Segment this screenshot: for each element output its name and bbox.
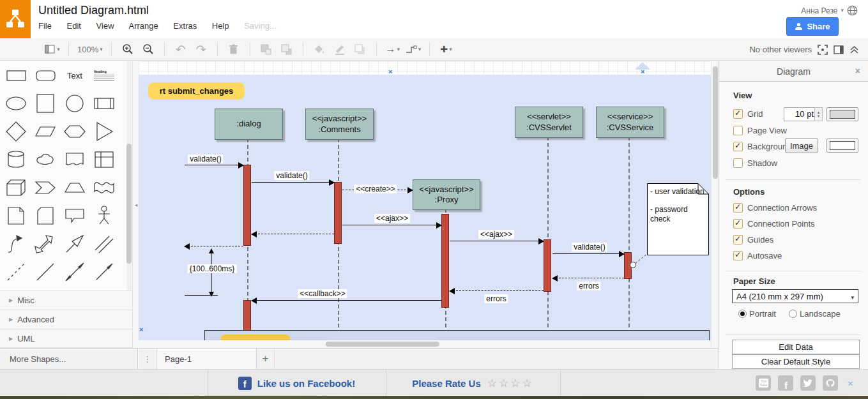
grid-checkbox[interactable] (733, 109, 743, 119)
shape-internal-storage[interactable] (89, 146, 119, 174)
facebook-social-icon[interactable]: f (778, 375, 793, 391)
message-label[interactable]: <<ajax>> (478, 230, 514, 239)
line-color-button[interactable] (330, 41, 350, 57)
shape-text[interactable]: Text (60, 61, 89, 89)
shape-square[interactable] (31, 89, 60, 117)
grid-size-input[interactable]: 10 pt (784, 107, 816, 121)
message-ajax-1[interactable] (342, 225, 441, 225)
shape-textbox[interactable]: Heading (89, 61, 119, 89)
background-image-button[interactable]: Image (785, 138, 818, 153)
shape-diamond[interactable] (1, 117, 31, 146)
github-icon[interactable] (823, 375, 838, 391)
menu-view[interactable]: View (96, 21, 114, 31)
lifeline-head-cvsservice[interactable]: <<service>> :CVSService (596, 107, 664, 138)
shape-curve[interactable] (1, 230, 31, 258)
menu-arrange[interactable]: Arrange (128, 21, 158, 31)
document-title[interactable]: Untitled Diagram.html (38, 4, 149, 17)
landscape-radio[interactable] (789, 310, 797, 318)
shadow-checkbox[interactable] (733, 158, 743, 168)
to-back-button[interactable] (277, 41, 297, 57)
zoom-level-dropdown[interactable]: 100% ▾ (75, 41, 105, 57)
shape-directional-connector[interactable] (89, 258, 119, 286)
message-label[interactable]: errors (484, 294, 508, 303)
connection-style-dropdown[interactable]: → ▾ (383, 41, 403, 57)
page-tab-1[interactable]: Page-1 (157, 349, 257, 369)
background-checkbox[interactable] (733, 142, 743, 151)
shape-line[interactable] (31, 258, 60, 286)
undo-button[interactable]: ↶ (171, 41, 191, 57)
menu-file[interactable]: File (38, 21, 52, 31)
page-view-button[interactable]: ▾ (42, 41, 63, 57)
shape-tape[interactable] (89, 174, 119, 202)
sidebar-section-advanced[interactable]: ▶ Advanced (0, 310, 132, 329)
horizontal-scrollbar-thumb[interactable] (326, 342, 439, 347)
shape-note[interactable] (1, 202, 31, 230)
vertical-scrollbar-thumb[interactable] (713, 66, 718, 179)
shape-bidirectional-arrow[interactable] (31, 230, 60, 258)
twitter-icon[interactable] (800, 375, 816, 391)
waypoints-dropdown[interactable]: ▾ (403, 41, 424, 57)
footer-close-icon[interactable]: × (848, 379, 853, 388)
message-ajax-2[interactable] (450, 241, 544, 241)
grid-size-stepper[interactable]: ▲▼ (814, 107, 823, 121)
shape-rounded-rectangle[interactable] (31, 61, 60, 89)
globe-icon[interactable] (847, 5, 858, 16)
to-front-button[interactable] (256, 41, 277, 57)
lifeline-head-cvsservlet[interactable]: <<servlet>> :CVSServlet (515, 107, 583, 138)
pages-menu-button[interactable]: ⋮ (139, 349, 157, 369)
more-shapes-button[interactable]: More Shapes... (0, 348, 138, 369)
lifeline-head-comments[interactable]: <<javascript>> :Comments (305, 109, 374, 140)
diagram-canvas[interactable]: × × × rt submit_changes :dialog <<javasc… (139, 61, 711, 348)
fragment-label[interactable]: rt submit_changes (148, 82, 245, 100)
rating-stars-icon[interactable]: ☆☆☆☆ (487, 377, 534, 390)
zoom-in-button[interactable] (118, 41, 138, 57)
shape-document[interactable] (60, 146, 89, 174)
facebook-like-link[interactable]: f Like us on Facebook! (208, 370, 386, 396)
message-label[interactable]: <<create>> (354, 184, 397, 193)
clear-default-style-button[interactable]: Clear Default Style (732, 354, 860, 369)
shape-hexagon[interactable] (60, 117, 89, 146)
fullscreen-icon[interactable] (818, 45, 828, 55)
lifeline-cvsservice[interactable] (628, 137, 630, 340)
shape-double-line[interactable] (89, 230, 119, 258)
collapse-header-icon[interactable] (849, 45, 859, 54)
shape-card[interactable] (31, 202, 60, 230)
grid-color-button[interactable] (826, 107, 858, 121)
guides-checkbox[interactable] (733, 235, 743, 245)
share-button[interactable]: Share (786, 17, 839, 36)
lifeline-head-dialog[interactable]: :dialog (215, 109, 283, 140)
sidebar-scrollbar-thumb[interactable] (126, 144, 132, 264)
close-icon[interactable]: × (855, 66, 860, 76)
shape-step[interactable] (31, 174, 60, 202)
canvas-horizontal-scrollbar[interactable] (139, 340, 711, 348)
format-panel-toggle-icon[interactable] (834, 45, 844, 54)
message-errors-2[interactable] (450, 290, 544, 291)
shape-cloud[interactable] (31, 146, 60, 174)
portrait-radio[interactable] (738, 310, 747, 318)
menu-help[interactable]: Help (212, 21, 229, 31)
fill-color-button[interactable] (309, 41, 330, 57)
message-validate-1[interactable] (185, 165, 243, 165)
zoom-out-button[interactable] (138, 41, 158, 57)
autosave-checkbox[interactable] (733, 251, 743, 260)
note-shape[interactable]: - user validation - password check (647, 183, 709, 255)
shape-triangle[interactable] (89, 117, 119, 146)
format-panel-tab-diagram[interactable]: Diagram × (719, 61, 868, 82)
message-label[interactable]: <<callback>> (298, 289, 347, 298)
shape-cube[interactable] (1, 174, 31, 202)
message-label[interactable]: <<ajax>> (374, 214, 410, 223)
connection-points-checkbox[interactable] (733, 219, 743, 229)
paper-size-select[interactable]: A4 (210 mm x 297 mm) ▾ (732, 289, 858, 303)
lifeline-head-proxy[interactable]: <<javascript>> :Proxy (413, 179, 480, 210)
shape-ellipse[interactable] (1, 89, 31, 117)
message-label[interactable]: validate() (572, 243, 607, 252)
activation-cvsservlet[interactable] (544, 239, 551, 292)
rate-us-link[interactable]: Please Rate Us ☆☆☆☆ (386, 370, 560, 396)
sidebar-section-uml[interactable]: ▶ UML (0, 329, 132, 348)
message-callback[interactable] (252, 300, 441, 301)
shape-process[interactable] (89, 89, 119, 117)
shape-arrow[interactable] (60, 230, 89, 258)
lifeline-cvsservlet[interactable] (547, 137, 549, 340)
sidebar-section-misc[interactable]: ▶ Misc (0, 290, 132, 310)
message-validate-2[interactable] (252, 182, 334, 183)
